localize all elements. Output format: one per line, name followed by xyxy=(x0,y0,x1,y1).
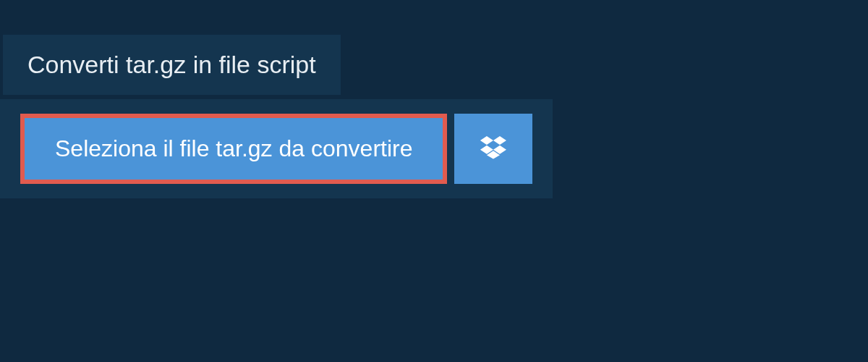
page-title: Converti tar.gz in file script xyxy=(3,35,341,95)
select-file-button[interactable]: Seleziona il file tar.gz da convertire xyxy=(20,114,447,184)
dropbox-icon xyxy=(480,134,507,164)
dropbox-button[interactable] xyxy=(454,114,532,184)
select-file-label: Seleziona il file tar.gz da convertire xyxy=(55,135,412,162)
file-action-panel: Seleziona il file tar.gz da convertire xyxy=(0,99,553,198)
